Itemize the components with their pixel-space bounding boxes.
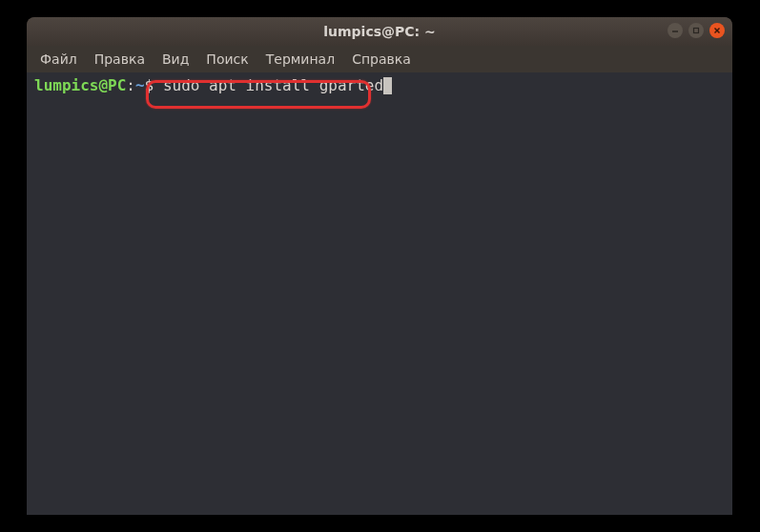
prompt-colon: :: [126, 76, 135, 96]
maximize-button[interactable]: [688, 23, 704, 38]
terminal-window: lumpics@PC: ~ Файл Правка Вид Поиск Терм…: [27, 17, 732, 515]
prompt-dollar: $: [145, 76, 163, 96]
svg-rect-1: [694, 29, 699, 33]
prompt-path: ~: [135, 76, 145, 96]
window-controls: [668, 23, 725, 38]
close-button[interactable]: [709, 23, 725, 38]
menu-search[interactable]: Поиск: [198, 50, 256, 69]
menu-help[interactable]: Справка: [344, 50, 419, 69]
menu-view[interactable]: Вид: [154, 50, 196, 69]
menu-edit[interactable]: Правка: [87, 50, 153, 69]
terminal-line: lumpics@PC:~$ sudo apt install gparted: [34, 76, 725, 96]
minimize-button[interactable]: [668, 23, 683, 38]
prompt-user: lumpics@PC: [34, 76, 126, 96]
cursor-icon: [383, 77, 392, 94]
menu-terminal[interactable]: Терминал: [258, 50, 342, 69]
terminal-body[interactable]: lumpics@PC:~$ sudo apt install gparted: [27, 72, 732, 515]
menu-bar: Файл Правка Вид Поиск Терминал Справка: [27, 46, 732, 72]
title-bar[interactable]: lumpics@PC: ~: [27, 17, 732, 46]
menu-file[interactable]: Файл: [32, 50, 85, 69]
window-title: lumpics@PC: ~: [323, 24, 436, 39]
command-text: sudo apt install gparted: [163, 76, 383, 96]
